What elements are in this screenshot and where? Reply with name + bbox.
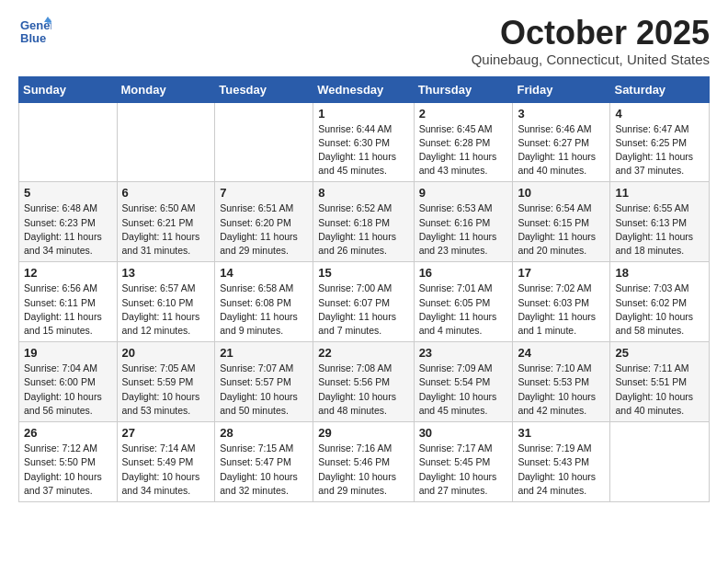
day-info: Sunrise: 7:14 AM Sunset: 5:49 PM Dayligh… [122,442,210,498]
day-info: Sunrise: 7:09 AM Sunset: 5:54 PM Dayligh… [419,362,508,418]
day-number: 22 [318,346,408,360]
day-number: 7 [220,186,308,200]
day-number: 2 [419,107,508,121]
day-info: Sunrise: 7:00 AM Sunset: 6:07 PM Dayligh… [318,282,408,338]
day-info: Sunrise: 6:47 AM Sunset: 6:25 PM Dayligh… [615,122,704,178]
calendar-table: SundayMondayTuesdayWednesdayThursdayFrid… [18,76,710,502]
calendar-cell: 28Sunrise: 7:15 AM Sunset: 5:47 PM Dayli… [215,422,313,502]
day-info: Sunrise: 7:07 AM Sunset: 5:57 PM Dayligh… [220,362,308,418]
calendar-cell [117,102,215,182]
calendar-cell: 19Sunrise: 7:04 AM Sunset: 6:00 PM Dayli… [19,342,118,422]
calendar-cell: 20Sunrise: 7:05 AM Sunset: 5:59 PM Dayli… [117,342,215,422]
calendar-cell: 4Sunrise: 6:47 AM Sunset: 6:25 PM Daylig… [610,102,710,182]
calendar-cell: 7Sunrise: 6:51 AM Sunset: 6:20 PM Daylig… [215,182,313,262]
day-number: 23 [419,346,508,360]
day-info: Sunrise: 7:04 AM Sunset: 6:00 PM Dayligh… [24,362,112,418]
day-info: Sunrise: 7:17 AM Sunset: 5:45 PM Dayligh… [419,442,508,498]
day-number: 1 [318,107,408,121]
day-number: 31 [518,426,605,440]
day-info: Sunrise: 7:15 AM Sunset: 5:47 PM Dayligh… [220,442,308,498]
calendar-cell: 1Sunrise: 6:44 AM Sunset: 6:30 PM Daylig… [313,102,414,182]
calendar-cell: 16Sunrise: 7:01 AM Sunset: 6:05 PM Dayli… [414,262,513,342]
week-row-1: 1Sunrise: 6:44 AM Sunset: 6:30 PM Daylig… [19,102,710,182]
calendar-cell: 10Sunrise: 6:54 AM Sunset: 6:15 PM Dayli… [513,182,610,262]
weekday-header-monday: Monday [117,76,215,102]
day-info: Sunrise: 7:01 AM Sunset: 6:05 PM Dayligh… [419,282,508,338]
calendar-cell: 30Sunrise: 7:17 AM Sunset: 5:45 PM Dayli… [414,422,513,502]
day-number: 6 [122,186,210,200]
day-info: Sunrise: 6:57 AM Sunset: 6:10 PM Dayligh… [122,282,210,338]
calendar-cell: 27Sunrise: 7:14 AM Sunset: 5:49 PM Dayli… [117,422,215,502]
day-number: 19 [24,346,112,360]
day-info: Sunrise: 7:11 AM Sunset: 5:51 PM Dayligh… [615,362,704,418]
calendar-cell: 15Sunrise: 7:00 AM Sunset: 6:07 PM Dayli… [313,262,414,342]
calendar-cell: 18Sunrise: 7:03 AM Sunset: 6:02 PM Dayli… [610,262,710,342]
weekday-header-row: SundayMondayTuesdayWednesdayThursdayFrid… [19,76,710,102]
calendar-cell: 12Sunrise: 6:56 AM Sunset: 6:11 PM Dayli… [19,262,118,342]
day-info: Sunrise: 7:03 AM Sunset: 6:02 PM Dayligh… [615,282,704,338]
page: General Blue October 2025 Quinebaug, Con… [0,0,728,521]
weekday-header-friday: Friday [513,76,610,102]
day-number: 16 [419,266,508,280]
day-info: Sunrise: 6:51 AM Sunset: 6:20 PM Dayligh… [220,201,308,258]
calendar-cell [610,422,710,502]
day-number: 5 [24,186,112,200]
day-info: Sunrise: 7:02 AM Sunset: 6:03 PM Dayligh… [518,282,605,338]
day-number: 11 [615,186,704,200]
week-row-5: 26Sunrise: 7:12 AM Sunset: 5:50 PM Dayli… [19,422,710,502]
calendar-cell: 17Sunrise: 7:02 AM Sunset: 6:03 PM Dayli… [513,262,610,342]
day-info: Sunrise: 7:16 AM Sunset: 5:46 PM Dayligh… [318,442,408,498]
day-info: Sunrise: 6:58 AM Sunset: 6:08 PM Dayligh… [220,282,308,338]
day-number: 12 [24,266,112,280]
day-info: Sunrise: 7:10 AM Sunset: 5:53 PM Dayligh… [518,362,605,418]
day-number: 14 [220,266,308,280]
calendar-cell: 5Sunrise: 6:48 AM Sunset: 6:23 PM Daylig… [19,182,118,262]
day-info: Sunrise: 6:54 AM Sunset: 6:15 PM Dayligh… [518,201,605,258]
logo: General Blue [18,15,55,48]
calendar-cell: 25Sunrise: 7:11 AM Sunset: 5:51 PM Dayli… [610,342,710,422]
svg-text:Blue: Blue [20,31,46,45]
calendar-cell [19,102,118,182]
weekday-header-sunday: Sunday [19,76,118,102]
calendar-cell: 11Sunrise: 6:55 AM Sunset: 6:13 PM Dayli… [610,182,710,262]
day-number: 10 [518,186,605,200]
day-info: Sunrise: 6:53 AM Sunset: 6:16 PM Dayligh… [419,201,508,258]
day-info: Sunrise: 6:50 AM Sunset: 6:21 PM Dayligh… [122,201,210,258]
weekday-header-tuesday: Tuesday [215,76,313,102]
calendar-cell: 2Sunrise: 6:45 AM Sunset: 6:28 PM Daylig… [414,102,513,182]
day-number: 17 [518,266,605,280]
week-row-4: 19Sunrise: 7:04 AM Sunset: 6:00 PM Dayli… [19,342,710,422]
day-number: 26 [24,426,112,440]
day-number: 9 [419,186,508,200]
calendar-cell: 23Sunrise: 7:09 AM Sunset: 5:54 PM Dayli… [414,342,513,422]
day-number: 15 [318,266,408,280]
day-number: 25 [615,346,704,360]
day-info: Sunrise: 6:56 AM Sunset: 6:11 PM Dayligh… [24,282,112,338]
calendar-cell: 6Sunrise: 6:50 AM Sunset: 6:21 PM Daylig… [117,182,215,262]
day-number: 27 [122,426,210,440]
calendar-cell: 8Sunrise: 6:52 AM Sunset: 6:18 PM Daylig… [313,182,414,262]
weekday-header-thursday: Thursday [414,76,513,102]
calendar-cell: 26Sunrise: 7:12 AM Sunset: 5:50 PM Dayli… [19,422,118,502]
day-number: 30 [419,426,508,440]
day-info: Sunrise: 6:52 AM Sunset: 6:18 PM Dayligh… [318,201,408,258]
day-number: 29 [318,426,408,440]
header: General Blue October 2025 Quinebaug, Con… [18,15,710,67]
month-title: October 2025 [472,15,710,52]
week-row-3: 12Sunrise: 6:56 AM Sunset: 6:11 PM Dayli… [19,262,710,342]
day-number: 13 [122,266,210,280]
day-number: 28 [220,426,308,440]
calendar-cell: 24Sunrise: 7:10 AM Sunset: 5:53 PM Dayli… [513,342,610,422]
day-number: 4 [615,107,704,121]
day-number: 20 [122,346,210,360]
day-info: Sunrise: 6:48 AM Sunset: 6:23 PM Dayligh… [24,201,112,258]
calendar-cell: 3Sunrise: 6:46 AM Sunset: 6:27 PM Daylig… [513,102,610,182]
calendar-cell [215,102,313,182]
day-info: Sunrise: 6:44 AM Sunset: 6:30 PM Dayligh… [318,122,408,178]
day-number: 18 [615,266,704,280]
weekday-header-saturday: Saturday [610,76,710,102]
day-info: Sunrise: 6:46 AM Sunset: 6:27 PM Dayligh… [518,122,605,178]
day-number: 8 [318,186,408,200]
calendar-cell: 9Sunrise: 6:53 AM Sunset: 6:16 PM Daylig… [414,182,513,262]
day-info: Sunrise: 6:45 AM Sunset: 6:28 PM Dayligh… [419,122,508,178]
